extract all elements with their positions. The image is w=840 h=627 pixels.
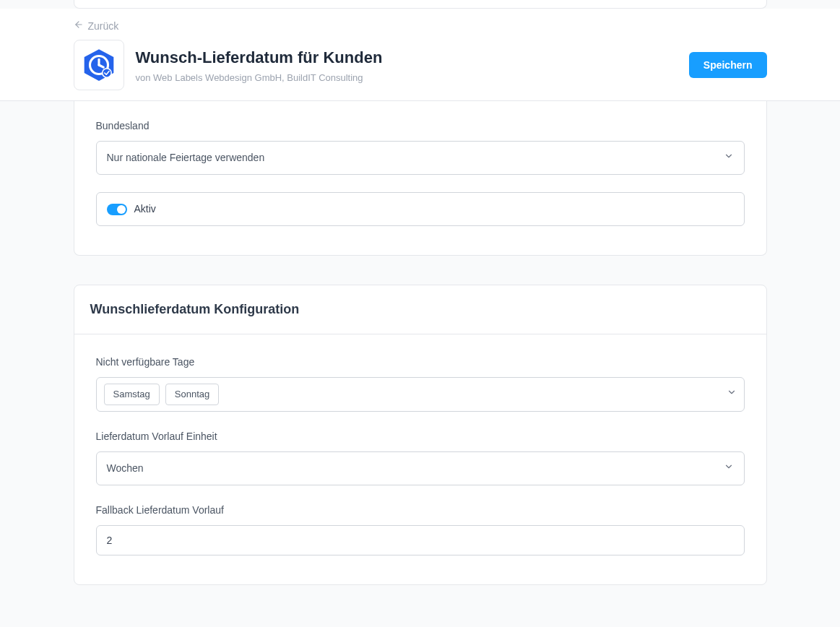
lead-unit-label: Lieferdatum Vorlauf Einheit <box>96 429 745 444</box>
state-select-value: Nur nationale Feiertage verwenden <box>107 150 724 165</box>
fallback-lead-input-wrap <box>96 525 745 555</box>
unavailable-day-chip[interactable]: Sonntag <box>165 384 219 405</box>
chevron-down-icon <box>724 461 734 476</box>
back-label: Zurück <box>88 19 119 34</box>
page-subtitle: von Web Labels Webdesign GmbH, BuildIT C… <box>136 71 677 85</box>
fallback-lead-input[interactable] <box>97 526 744 555</box>
page-header: Zurück Wunsch-Lieferdatum für Kunden vo <box>0 9 840 101</box>
svg-point-5 <box>102 69 111 78</box>
chevron-down-icon <box>724 150 734 165</box>
page-title: Wunsch-Lieferdatum für Kunden <box>136 46 677 69</box>
lead-unit-select[interactable]: Wochen <box>96 451 745 485</box>
app-icon <box>74 40 124 90</box>
previous-card-edge <box>74 0 767 9</box>
config-card: Wunschlieferdatum Konfiguration Nicht ve… <box>74 285 767 585</box>
arrow-left-icon <box>74 19 84 34</box>
unavailable-days-label: Nicht verfügbare Tage <box>96 355 745 370</box>
state-select[interactable]: Nur nationale Feiertage verwenden <box>96 141 745 175</box>
chevron-down-icon <box>727 386 737 402</box>
save-button[interactable]: Speichern <box>689 52 767 78</box>
active-toggle[interactable] <box>107 204 127 215</box>
back-link[interactable]: Zurück <box>74 19 119 34</box>
config-card-title: Wunschlieferdatum Konfiguration <box>90 300 750 319</box>
config-card-header: Wunschlieferdatum Konfiguration <box>74 285 766 334</box>
state-label: Bundesland <box>96 118 745 134</box>
unavailable-day-chip[interactable]: Samstag <box>104 384 160 405</box>
unavailable-days-select[interactable]: Samstag Sonntag <box>96 377 745 412</box>
holiday-card: Bundesland Nur nationale Feiertage verwe… <box>74 101 767 256</box>
active-toggle-row: Aktiv <box>96 192 745 226</box>
active-toggle-label: Aktiv <box>134 202 156 217</box>
fallback-lead-label: Fallback Lieferdatum Vorlauf <box>96 503 745 518</box>
lead-unit-value: Wochen <box>107 461 724 476</box>
